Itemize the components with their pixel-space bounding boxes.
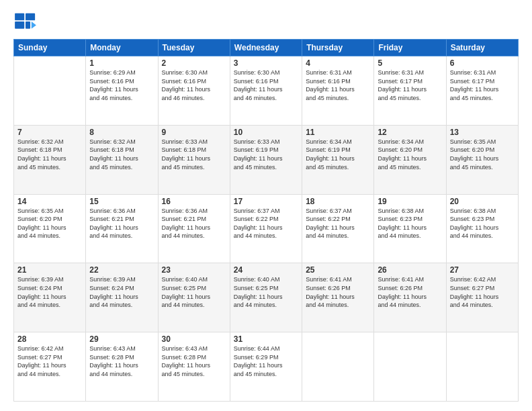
calendar-cell: 11Sunrise: 6:34 AM Sunset: 6:19 PM Dayli… — [302, 125, 374, 194]
day-number: 15 — [89, 197, 154, 206]
day-info: Sunrise: 6:36 AM Sunset: 6:21 PM Dayligh… — [89, 207, 154, 240]
calendar-cell: 10Sunrise: 6:33 AM Sunset: 6:19 PM Dayli… — [230, 125, 302, 194]
day-number: 28 — [17, 334, 82, 344]
day-number: 18 — [306, 197, 370, 206]
day-info: Sunrise: 6:43 AM Sunset: 6:28 PM Dayligh… — [162, 345, 226, 378]
day-number: 19 — [378, 197, 442, 206]
day-header-tuesday: Tuesday — [158, 40, 230, 56]
day-info: Sunrise: 6:37 AM Sunset: 6:22 PM Dayligh… — [306, 207, 370, 240]
calendar-cell: 27Sunrise: 6:42 AM Sunset: 6:27 PM Dayli… — [446, 263, 518, 332]
day-info: Sunrise: 6:36 AM Sunset: 6:21 PM Dayligh… — [162, 207, 226, 240]
day-info: Sunrise: 6:43 AM Sunset: 6:28 PM Dayligh… — [89, 345, 154, 378]
day-info: Sunrise: 6:34 AM Sunset: 6:20 PM Dayligh… — [378, 138, 442, 171]
day-header-wednesday: Wednesday — [230, 40, 302, 56]
day-info: Sunrise: 6:31 AM Sunset: 6:17 PM Dayligh… — [450, 68, 515, 102]
calendar-cell: 2Sunrise: 6:30 AM Sunset: 6:16 PM Daylig… — [158, 56, 230, 126]
day-info: Sunrise: 6:38 AM Sunset: 6:23 PM Dayligh… — [378, 207, 442, 240]
day-number: 2 — [162, 58, 226, 68]
day-number: 23 — [162, 265, 226, 275]
calendar-cell: 14Sunrise: 6:35 AM Sunset: 6:20 PM Dayli… — [14, 194, 86, 263]
calendar-cell: 22Sunrise: 6:39 AM Sunset: 6:24 PM Dayli… — [86, 263, 158, 332]
calendar-cell: 30Sunrise: 6:43 AM Sunset: 6:28 PM Dayli… — [158, 332, 230, 402]
day-number: 26 — [378, 265, 442, 275]
day-info: Sunrise: 6:29 AM Sunset: 6:16 PM Dayligh… — [89, 68, 154, 102]
day-number: 20 — [450, 197, 515, 206]
day-number: 22 — [89, 265, 154, 275]
calendar-cell: 7Sunrise: 6:32 AM Sunset: 6:18 PM Daylig… — [14, 125, 86, 194]
day-number: 31 — [234, 334, 298, 344]
calendar-week-4: 21Sunrise: 6:39 AM Sunset: 6:24 PM Dayli… — [14, 263, 519, 332]
calendar-cell: 20Sunrise: 6:38 AM Sunset: 6:23 PM Dayli… — [446, 194, 518, 263]
calendar-cell: 5Sunrise: 6:31 AM Sunset: 6:17 PM Daylig… — [374, 56, 446, 126]
svg-rect-3 — [26, 21, 30, 29]
calendar-cell: 12Sunrise: 6:34 AM Sunset: 6:20 PM Dayli… — [374, 125, 446, 194]
day-info: Sunrise: 6:35 AM Sunset: 6:20 PM Dayligh… — [17, 207, 82, 240]
day-header-thursday: Thursday — [302, 40, 374, 56]
calendar-table: SundayMondayTuesdayWednesdayThursdayFrid… — [13, 39, 519, 402]
calendar-cell — [14, 56, 86, 126]
day-info: Sunrise: 6:39 AM Sunset: 6:24 PM Dayligh… — [17, 275, 82, 309]
day-info: Sunrise: 6:30 AM Sunset: 6:16 PM Dayligh… — [234, 68, 298, 102]
day-number: 9 — [162, 128, 226, 137]
day-info: Sunrise: 6:40 AM Sunset: 6:25 PM Dayligh… — [234, 275, 298, 309]
calendar-cell: 8Sunrise: 6:32 AM Sunset: 6:18 PM Daylig… — [86, 125, 158, 194]
calendar-cell: 25Sunrise: 6:41 AM Sunset: 6:26 PM Dayli… — [302, 263, 374, 332]
calendar-cell — [302, 332, 374, 402]
day-info: Sunrise: 6:33 AM Sunset: 6:18 PM Dayligh… — [162, 138, 226, 171]
calendar-week-1: 1Sunrise: 6:29 AM Sunset: 6:16 PM Daylig… — [14, 56, 519, 126]
svg-rect-0 — [15, 13, 24, 21]
day-info: Sunrise: 6:41 AM Sunset: 6:26 PM Dayligh… — [378, 275, 442, 309]
day-info: Sunrise: 6:35 AM Sunset: 6:20 PM Dayligh… — [450, 138, 515, 171]
day-info: Sunrise: 6:32 AM Sunset: 6:18 PM Dayligh… — [17, 138, 82, 171]
day-info: Sunrise: 6:42 AM Sunset: 6:27 PM Dayligh… — [450, 275, 515, 309]
calendar-cell: 26Sunrise: 6:41 AM Sunset: 6:26 PM Dayli… — [374, 263, 446, 332]
calendar-cell: 16Sunrise: 6:36 AM Sunset: 6:21 PM Dayli… — [158, 194, 230, 263]
day-header-friday: Friday — [374, 40, 446, 56]
calendar-cell: 6Sunrise: 6:31 AM Sunset: 6:17 PM Daylig… — [446, 56, 518, 126]
day-info: Sunrise: 6:41 AM Sunset: 6:26 PM Dayligh… — [306, 275, 370, 309]
calendar-cell — [374, 332, 446, 402]
calendar-cell: 18Sunrise: 6:37 AM Sunset: 6:22 PM Dayli… — [302, 194, 374, 263]
day-number: 29 — [89, 334, 154, 344]
calendar-cell: 29Sunrise: 6:43 AM Sunset: 6:28 PM Dayli… — [86, 332, 158, 402]
day-number: 30 — [162, 334, 226, 344]
day-number: 13 — [450, 128, 515, 137]
day-header-monday: Monday — [86, 40, 158, 56]
day-info: Sunrise: 6:42 AM Sunset: 6:27 PM Dayligh… — [17, 345, 82, 378]
day-number: 8 — [89, 128, 154, 137]
day-info: Sunrise: 6:34 AM Sunset: 6:19 PM Dayligh… — [306, 138, 370, 171]
day-number: 21 — [17, 265, 82, 275]
calendar-cell: 19Sunrise: 6:38 AM Sunset: 6:23 PM Dayli… — [374, 194, 446, 263]
day-info: Sunrise: 6:33 AM Sunset: 6:19 PM Dayligh… — [234, 138, 298, 171]
calendar-cell: 28Sunrise: 6:42 AM Sunset: 6:27 PM Dayli… — [14, 332, 86, 402]
day-number: 27 — [450, 265, 515, 275]
day-info: Sunrise: 6:44 AM Sunset: 6:29 PM Dayligh… — [234, 345, 298, 378]
calendar-cell: 1Sunrise: 6:29 AM Sunset: 6:16 PM Daylig… — [86, 56, 158, 126]
logo — [13, 12, 42, 32]
day-number: 3 — [234, 58, 298, 68]
calendar-week-2: 7Sunrise: 6:32 AM Sunset: 6:18 PM Daylig… — [14, 125, 519, 194]
day-number: 4 — [306, 58, 370, 68]
day-info: Sunrise: 6:31 AM Sunset: 6:17 PM Dayligh… — [378, 68, 442, 102]
calendar-cell: 24Sunrise: 6:40 AM Sunset: 6:25 PM Dayli… — [230, 263, 302, 332]
day-info: Sunrise: 6:32 AM Sunset: 6:18 PM Dayligh… — [89, 138, 154, 171]
calendar-cell: 31Sunrise: 6:44 AM Sunset: 6:29 PM Dayli… — [230, 332, 302, 402]
svg-marker-4 — [32, 21, 36, 29]
day-number: 6 — [450, 58, 515, 68]
day-number: 7 — [17, 128, 82, 137]
header — [13, 12, 519, 32]
day-info: Sunrise: 6:31 AM Sunset: 6:16 PM Dayligh… — [306, 68, 370, 102]
day-number: 5 — [378, 58, 442, 68]
calendar-week-5: 28Sunrise: 6:42 AM Sunset: 6:27 PM Dayli… — [14, 332, 519, 402]
svg-rect-1 — [26, 13, 35, 21]
day-number: 24 — [234, 265, 298, 275]
calendar-cell: 15Sunrise: 6:36 AM Sunset: 6:21 PM Dayli… — [86, 194, 158, 263]
day-number: 10 — [234, 128, 298, 137]
calendar-week-3: 14Sunrise: 6:35 AM Sunset: 6:20 PM Dayli… — [14, 194, 519, 263]
calendar-cell: 21Sunrise: 6:39 AM Sunset: 6:24 PM Dayli… — [14, 263, 86, 332]
day-number: 12 — [378, 128, 442, 137]
logo-icon — [13, 12, 38, 32]
svg-rect-2 — [15, 21, 24, 29]
calendar-cell: 13Sunrise: 6:35 AM Sunset: 6:20 PM Dayli… — [446, 125, 518, 194]
calendar-cell: 9Sunrise: 6:33 AM Sunset: 6:18 PM Daylig… — [158, 125, 230, 194]
